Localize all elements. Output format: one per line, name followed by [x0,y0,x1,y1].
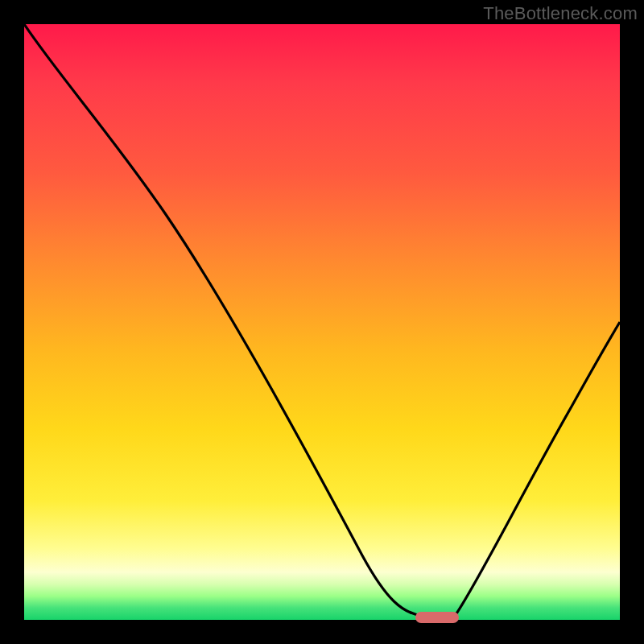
chart-frame: TheBottleneck.com [0,0,644,644]
curve-path [24,24,620,616]
optimal-marker [415,612,459,623]
attribution-text: TheBottleneck.com [483,3,638,24]
plot-area [24,24,620,620]
bottleneck-curve [24,24,620,620]
